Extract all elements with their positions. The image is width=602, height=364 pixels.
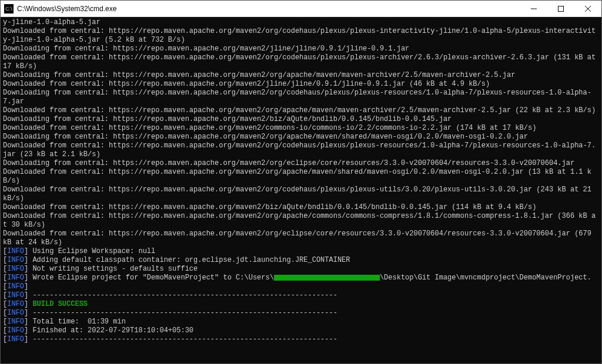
terminal-line: y-jline-1.0-alpha-5.jar xyxy=(3,18,599,27)
terminal-line: [INFO] ---------------------------------… xyxy=(3,335,599,344)
terminal-line: Downloaded from central: https://repo.ma… xyxy=(3,168,599,186)
terminal-line: Downloaded from central: https://repo.ma… xyxy=(3,141,599,159)
terminal-line: Downloading from central: https://repo.m… xyxy=(3,45,599,53)
terminal-line: [INFO] Not writing settings - defaults s… xyxy=(3,265,599,274)
cmd-icon: C:\ xyxy=(4,4,14,14)
terminal-line: [INFO] Using Eclipse Workspace: null xyxy=(3,247,599,256)
close-icon xyxy=(585,6,591,12)
terminal-line: Downloading from central: https://repo.m… xyxy=(3,71,599,80)
terminal-output[interactable]: y-jline-1.0-alpha-5.jarDownloaded from c… xyxy=(1,17,601,363)
terminal-line: Downloading from central: https://repo.m… xyxy=(3,159,599,168)
terminal-line: Downloaded from central: https://repo.ma… xyxy=(3,124,599,133)
terminal-line: Downloaded from central: https://repo.ma… xyxy=(3,27,599,45)
terminal-line: [INFO] ---------------------------------… xyxy=(3,291,599,300)
terminal-line: Downloaded from central: https://repo.ma… xyxy=(3,186,599,203)
terminal-line: Downloaded from central: https://repo.ma… xyxy=(3,106,599,115)
maximize-button[interactable] xyxy=(547,1,574,16)
terminal-line: [INFO] ---------------------------------… xyxy=(3,309,599,318)
terminal-line: Downloaded from central: https://repo.ma… xyxy=(3,53,599,71)
terminal-line: [INFO] Total time: 01:39 min xyxy=(3,318,599,326)
terminal-line: Downloading from central: https://repo.m… xyxy=(3,115,599,124)
terminal-line: Downloading from central: https://repo.m… xyxy=(3,89,599,106)
titlebar[interactable]: C:\ C:\Windows\System32\cmd.exe xyxy=(1,1,601,17)
titlebar-controls xyxy=(520,1,601,16)
terminal-line: Downloaded from central: https://repo.ma… xyxy=(3,203,599,212)
terminal-line: [INFO] Finished at: 2022-07-29T18:10:04+… xyxy=(3,326,599,335)
terminal-line: Downloaded from central: https://repo.ma… xyxy=(3,212,599,230)
cmd-window: C:\ C:\Windows\System32\cmd.exe y-jline-… xyxy=(0,0,602,364)
svg-rect-1 xyxy=(558,6,564,11)
terminal-line: [INFO] BUILD SUCCESS xyxy=(3,300,599,309)
terminal-line: Downloading from central: https://repo.m… xyxy=(3,133,599,141)
terminal-line: Downloaded from central: https://repo.ma… xyxy=(3,80,599,89)
terminal-line: [INFO] xyxy=(3,282,599,291)
terminal-line: [INFO] Wrote Eclipse project for "DemoMa… xyxy=(3,274,599,282)
minimize-icon xyxy=(531,6,537,12)
redacted-username xyxy=(274,275,380,281)
maximize-icon xyxy=(558,6,564,12)
terminal-line: Downloaded from central: https://repo.ma… xyxy=(3,230,599,247)
minimize-button[interactable] xyxy=(520,1,547,16)
terminal-line: [INFO] Adding default classpath containe… xyxy=(3,256,599,265)
close-button[interactable] xyxy=(574,1,601,16)
window-title: C:\Windows\System32\cmd.exe xyxy=(17,5,520,13)
